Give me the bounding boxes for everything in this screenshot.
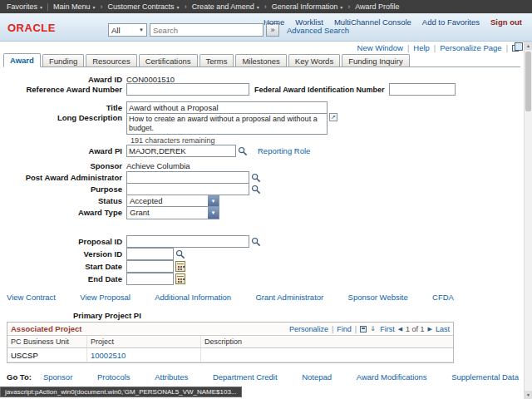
chevron-down-icon: ▼ (208, 195, 219, 207)
award-type-select[interactable]: Grant ▼ (126, 206, 219, 219)
sign-out-link[interactable]: Sign out (490, 17, 522, 27)
zoom-expand-icon[interactable]: ↗ (329, 113, 337, 121)
tab-milestones[interactable]: Milestones (235, 54, 286, 66)
calendar-icon[interactable] (175, 261, 185, 272)
breadcrumb-divider (47, 3, 48, 11)
chevron-down-icon: ▼ (208, 207, 219, 219)
breadcrumb-main-menu[interactable]: Main Menu ▾ (53, 2, 96, 11)
lookup-icon[interactable] (251, 173, 261, 183)
long-description-textarea[interactable]: How to create an award without a proposa… (126, 113, 328, 135)
breadcrumb-general-information[interactable]: General Information ▾ (272, 2, 343, 11)
breadcrumb-separator-icon: › (347, 2, 350, 11)
additional-information-link[interactable]: Additional Information (155, 293, 231, 302)
search-input[interactable] (150, 23, 264, 37)
sponsor-value: Achieve Columbia (126, 161, 190, 170)
goto-attributes-link[interactable]: Attributes (155, 372, 188, 382)
personalize-page-link[interactable]: Personalize Page (440, 43, 501, 52)
reference-federal-row: Reference Award Number Federal Award Ide… (0, 83, 456, 96)
column-header-pc-business-unit[interactable]: PC Business Unit (7, 336, 87, 347)
grid-titlebar: Associated Project Personalize | Find | … (7, 323, 453, 336)
start-date-input[interactable] (126, 260, 174, 273)
sponsor-label: Sponsor (0, 161, 126, 170)
status-label: Status (0, 196, 126, 205)
goto-department-credit-link[interactable]: Department Credit (213, 372, 278, 382)
breadcrumb-customer-contracts[interactable]: Customer Contracts ▾ (108, 2, 180, 11)
end-date-input[interactable] (126, 273, 174, 285)
tab-funding-inquiry[interactable]: Funding Inquiry (342, 54, 409, 66)
breadcrumb-customer-contracts-label: Customer Contracts (108, 2, 175, 11)
breadcrumb-general-information-label: General Information (272, 2, 338, 11)
table-row: USCSP 10002510 (7, 348, 453, 362)
tab-terms[interactable]: Terms (200, 54, 234, 66)
previous-row-icon[interactable]: ◀ (398, 326, 402, 332)
version-id-input[interactable] (126, 248, 174, 260)
goto-award-modifications-link[interactable]: Award Modifications (357, 372, 427, 382)
reference-award-number-input[interactable] (126, 83, 249, 96)
breadcrumb-award-profile[interactable]: Award Profile (355, 2, 399, 11)
breadcrumb-favorites[interactable]: Favorites ▾ (7, 2, 42, 11)
search-scope-select[interactable]: All ▼ (108, 23, 147, 37)
breadcrumb-main-menu-label: Main Menu (53, 2, 91, 11)
download-icon[interactable]: ⇓ (370, 326, 377, 332)
lookup-icon[interactable] (175, 249, 185, 259)
lookup-icon[interactable] (251, 185, 261, 195)
column-header-project[interactable]: Project (87, 336, 201, 347)
separator: | (434, 44, 436, 52)
award-pi-input[interactable] (126, 145, 236, 157)
scroll-down-icon[interactable]: ▼ (525, 391, 532, 399)
column-header-description[interactable]: Description (201, 336, 453, 347)
new-window-link[interactable]: New Window (357, 43, 403, 52)
view-contract-link[interactable]: View Contract (7, 293, 56, 302)
help-link[interactable]: Help (413, 43, 430, 52)
proposal-id-row: Proposal ID (0, 235, 261, 248)
project-link[interactable]: 10002510 (91, 351, 126, 360)
vertical-scrollbar[interactable]: ▲ ▼ (524, 42, 532, 399)
goto-sponsor-link[interactable]: Sponsor (43, 372, 72, 382)
breadcrumb-separator-icon: › (264, 2, 267, 11)
home-link[interactable]: Home (264, 17, 284, 27)
chevron-down-icon: ▾ (93, 4, 96, 10)
proposal-id-input[interactable] (126, 235, 249, 248)
advanced-search-link[interactable]: Advanced Search (287, 26, 349, 35)
first-link[interactable]: First (380, 325, 395, 333)
goto-supplemental-data-link[interactable]: Supplemental Data (451, 372, 519, 382)
calendar-icon[interactable] (175, 273, 185, 284)
add-to-favorites-link[interactable]: Add to Favorites (422, 17, 480, 27)
header-links: Home Worklist MultiChannel Console Add t… (264, 17, 522, 27)
reporting-role-link[interactable]: Reporting Role (258, 146, 310, 155)
cfda-link[interactable]: CFDA (432, 293, 454, 302)
federal-award-number-input[interactable] (389, 83, 456, 96)
copy-url-icon[interactable] (512, 45, 519, 52)
tab-resources[interactable]: Resources (86, 54, 136, 66)
pc-business-unit-cell: USCSP (7, 348, 87, 362)
tab-certifications[interactable]: Certifications (139, 54, 198, 66)
lookup-icon[interactable] (238, 146, 248, 156)
post-award-administrator-input[interactable] (126, 171, 249, 184)
find-link[interactable]: Find (337, 325, 352, 333)
worklist-link[interactable]: Worklist (295, 17, 323, 27)
separator: | (407, 44, 409, 52)
related-links: View Contract View Proposal Additional I… (7, 293, 454, 302)
lookup-icon[interactable] (251, 237, 261, 247)
go-to-links: Sponsor Protocols Attributes Department … (43, 372, 519, 382)
title-input[interactable] (126, 101, 328, 114)
scrollbar-thumb[interactable] (525, 52, 531, 111)
grant-administrator-link[interactable]: Grant Administrator (255, 293, 323, 302)
view-proposal-link[interactable]: View Proposal (80, 293, 131, 302)
breadcrumb-create-and-amend-label: Create and Amend (192, 2, 254, 11)
last-link[interactable]: Last (436, 325, 450, 333)
tab-funding[interactable]: Funding (42, 54, 84, 66)
goto-notepad-link[interactable]: Notepad (302, 372, 332, 382)
breadcrumb-create-and-amend[interactable]: Create and Amend ▾ (192, 2, 259, 11)
scroll-up-icon[interactable]: ▲ (525, 42, 532, 50)
personalize-link[interactable]: Personalize (289, 325, 328, 333)
associated-project-grid: Associated Project Personalize | Find | … (7, 322, 454, 363)
tab-award[interactable]: Award (3, 53, 41, 67)
sponsor-website-link[interactable]: Sponsor Website (348, 293, 408, 302)
goto-protocols-link[interactable]: Protocols (97, 372, 131, 382)
multichannel-console-link[interactable]: MultiChannel Console (334, 17, 411, 27)
grid-popout-icon[interactable] (360, 326, 367, 332)
tab-key-words[interactable]: Key Words (288, 54, 340, 66)
long-description-row: Long Description How to create an award … (0, 113, 337, 136)
next-row-icon[interactable]: ▶ (428, 326, 432, 332)
